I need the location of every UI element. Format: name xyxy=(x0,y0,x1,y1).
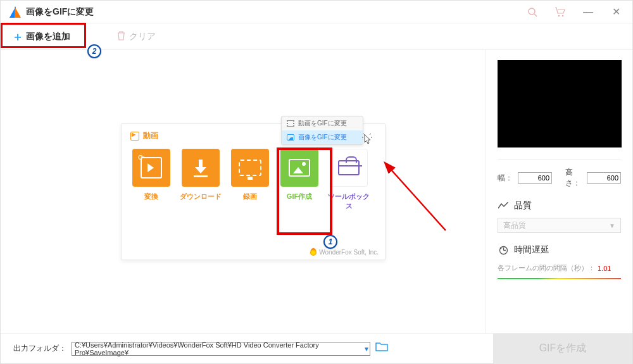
close-button[interactable]: ✕ xyxy=(602,1,630,23)
output-folder-label: 出力フォルダ： xyxy=(13,343,66,354)
toolbar: ＋ 画像を追加 2 クリア xyxy=(1,23,632,50)
main-area: 動画 動画をGIFに変更 画像をGIFに変更 xyxy=(1,50,486,333)
popup-video-to-gif[interactable]: 動画をGIFに変更 xyxy=(282,116,363,130)
tile-record[interactable]: 録画 xyxy=(228,149,272,211)
toolbox-icon xyxy=(338,160,360,175)
tile-gif[interactable]: GIF作成 xyxy=(277,149,322,211)
download-icon xyxy=(191,158,210,177)
wonderfox-logo-icon xyxy=(310,248,316,256)
record-icon xyxy=(239,160,261,176)
quality-section: 品質 xyxy=(498,200,621,211)
height-label: 高さ： xyxy=(565,167,582,189)
quality-icon xyxy=(498,200,509,211)
svg-point-2 xyxy=(558,15,560,16)
image-icon xyxy=(287,134,294,141)
create-gif-button[interactable]: GIFを作成 xyxy=(493,334,632,364)
delay-value: 1.01 xyxy=(598,265,611,272)
output-path-input[interactable]: C:¥Users¥Administrator¥Videos¥WonderFox … xyxy=(72,342,370,356)
delay-text: 各フレームの間の間隔（秒）： 1.01 xyxy=(498,263,621,273)
svg-line-1 xyxy=(534,14,537,16)
svg-point-0 xyxy=(529,8,535,15)
search-icon[interactable] xyxy=(518,1,546,23)
panel-credit: WonderFox Soft, Inc. xyxy=(310,248,379,256)
plus-icon: ＋ xyxy=(12,29,23,44)
clear-label: クリア xyxy=(129,31,156,42)
annotation-badge-1: 1 xyxy=(323,235,337,249)
cursor-click-icon xyxy=(361,132,373,150)
path-dropdown-icon[interactable]: ▾ xyxy=(365,344,368,353)
tiles-row: 変換 ダウンロード 録画 GIF作成 xyxy=(122,141,385,215)
dimensions-row: 幅： 高さ： xyxy=(498,167,621,189)
panel-section-label: 動画 xyxy=(143,130,158,141)
delay-section: 時間遅延 xyxy=(498,244,621,256)
minimize-button[interactable]: — xyxy=(574,1,602,23)
width-label: 幅： xyxy=(498,173,513,184)
svg-point-3 xyxy=(562,15,564,16)
cart-icon[interactable] xyxy=(546,1,574,23)
launcher-panel: 動画 動画をGIFに変更 画像をGIFに変更 xyxy=(121,123,385,260)
app-window: 画像をGIFに変更 — ✕ ＋ 画像を追加 2 クリア xyxy=(0,0,633,364)
app-logo-icon xyxy=(8,6,21,18)
annotation-arrow xyxy=(382,161,452,237)
width-input[interactable] xyxy=(518,172,552,184)
side-panel: 幅： 高さ： 品質 高品質 ▼ 時間遅延 xyxy=(486,50,632,333)
quality-select[interactable]: 高品質 ▼ xyxy=(498,218,621,233)
chevron-down-icon: ▼ xyxy=(609,222,615,229)
add-image-button[interactable]: ＋ 画像を追加 xyxy=(8,27,74,47)
gif-icon xyxy=(289,159,310,177)
video-section-icon xyxy=(130,132,139,141)
svg-line-4 xyxy=(390,168,446,230)
delay-gradient-bar xyxy=(498,278,621,279)
popup-image-to-gif[interactable]: 画像をGIFに変更 xyxy=(282,130,363,144)
tile-toolbox[interactable]: ツールボックス xyxy=(327,149,371,211)
bottom-bar: 出力フォルダ： C:¥Users¥Administrator¥Videos¥Wo… xyxy=(1,333,632,363)
gif-popup-menu: 動画をGIFに変更 画像をGIFに変更 xyxy=(281,116,363,145)
open-folder-button[interactable] xyxy=(375,342,388,355)
add-image-label: 画像を追加 xyxy=(26,31,70,42)
clear-button[interactable]: クリア xyxy=(117,31,156,42)
window-title: 画像をGIFに変更 xyxy=(26,6,94,18)
tile-convert[interactable]: 変換 xyxy=(129,149,173,211)
titlebar: 画像をGIFに変更 — ✕ xyxy=(1,1,632,23)
clock-icon xyxy=(498,244,509,256)
body-area: 動画 動画をGIFに変更 画像をGIFに変更 xyxy=(1,50,632,333)
film-icon xyxy=(287,120,294,127)
height-input[interactable] xyxy=(587,172,621,184)
tile-download[interactable]: ダウンロード xyxy=(179,149,223,211)
trash-icon xyxy=(117,31,125,42)
convert-icon xyxy=(141,157,162,179)
preview-box xyxy=(498,60,622,147)
